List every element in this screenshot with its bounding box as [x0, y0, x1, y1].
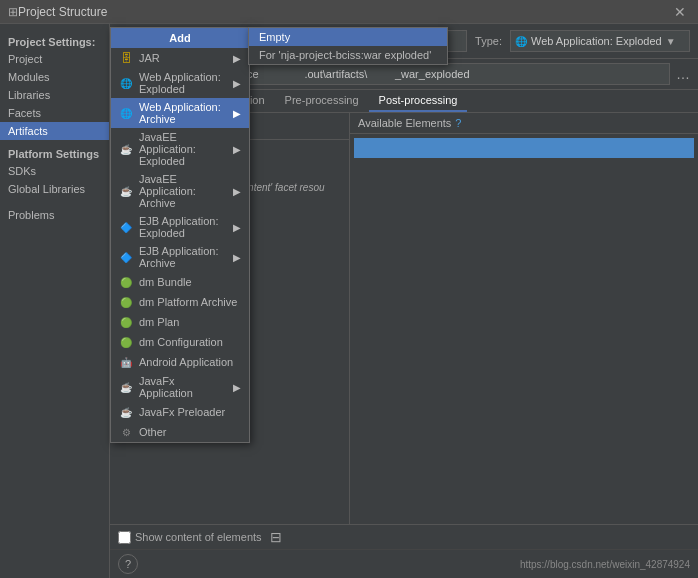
menu-item-web-exploded[interactable]: 🌐 Web Application: Exploded ▶ [111, 68, 249, 98]
submenu-arrow-icon: ▶ [233, 144, 241, 155]
web-archive-icon: 🌐 [119, 106, 133, 120]
title-bar-title: Project Structure [18, 5, 107, 19]
sidebar: Project Settings: Project Modules Librar… [0, 24, 110, 578]
action-bar: ? https://blog.csdn.net/weixin_42874924 [110, 549, 698, 578]
type-value: Web Application: Exploded [531, 35, 662, 47]
title-bar-icon: ⊞ [8, 5, 18, 19]
bottom-footer: Show content of elements ⊟ [110, 524, 698, 549]
menu-item-javaee-archive[interactable]: ☕ JavaEE Application: Archive ▶ [111, 170, 249, 212]
menu-item-dm-bundle[interactable]: 🟢 dm Bundle [111, 272, 249, 292]
add-menu[interactable]: Add 🗄 JAR ▶ 🌐 Web Application: Exploded … [110, 27, 250, 443]
menu-item-javafx[interactable]: ☕ JavaFx Application ▶ [111, 372, 249, 402]
platform-settings-label: Platform Settings [0, 140, 109, 162]
sidebar-item-project[interactable]: Project [0, 50, 109, 68]
submenu-arrow-icon: ▶ [233, 78, 241, 89]
javaee-exploded-icon: ☕ [119, 142, 133, 156]
web-archive-submenu[interactable]: Empty For 'nja-project-bciss:war explode… [248, 27, 448, 65]
submenu-arrow-icon: ▶ [233, 53, 241, 64]
submenu-arrow-icon: ▶ [233, 186, 241, 197]
javafx-preloader-icon: ☕ [119, 405, 133, 419]
menu-item-dm-platform[interactable]: 🟢 dm Platform Archive [111, 292, 249, 312]
watermark-text: https://blog.csdn.net/weixin_42874924 [520, 559, 690, 570]
submenu-item-empty[interactable]: Empty [249, 28, 447, 46]
submenu-arrow-icon: ▶ [233, 382, 241, 393]
javaee-archive-icon: ☕ [119, 184, 133, 198]
menu-item-dm-plan[interactable]: 🟢 dm Plan [111, 312, 249, 332]
javafx-icon: ☕ [119, 380, 133, 394]
submenu-arrow-icon: ▶ [233, 108, 241, 119]
help-button[interactable]: ? [118, 554, 138, 574]
available-selected-item[interactable] [354, 138, 694, 158]
available-elements-panel: Available Elements ? [350, 113, 698, 524]
sidebar-item-global-libraries[interactable]: Global Libraries [0, 180, 109, 198]
menu-item-javafx-preloader[interactable]: ☕ JavaFx Preloader [111, 402, 249, 422]
dm-bundle-icon: 🟢 [119, 275, 133, 289]
close-button[interactable]: ✕ [670, 4, 690, 20]
menu-item-javaee-exploded[interactable]: ☕ JavaEE Application: Exploded ▶ [111, 128, 249, 170]
tab-pre-processing[interactable]: Pre-processing [275, 90, 369, 112]
sidebar-item-problems[interactable]: Problems [0, 206, 109, 224]
show-content-label: Show content of elements [135, 531, 262, 543]
ejb-exploded-icon: 🔷 [119, 220, 133, 234]
menu-item-other[interactable]: ⚙ Other [111, 422, 249, 442]
submenu-arrow-icon: ▶ [233, 252, 241, 263]
output-dir-input[interactable] [181, 63, 670, 85]
android-icon: 🤖 [119, 355, 133, 369]
sidebar-item-libraries[interactable]: Libraries [0, 86, 109, 104]
show-content-icon[interactable]: ⊟ [270, 529, 282, 545]
sidebar-item-facets[interactable]: Facets [0, 104, 109, 122]
submenu-arrow-icon: ▶ [233, 222, 241, 233]
help-icon[interactable]: ? [455, 117, 461, 129]
add-menu-title: Add [111, 28, 249, 48]
browse-button[interactable]: … [676, 66, 690, 82]
available-title: Available Elements [358, 117, 451, 129]
available-header: Available Elements ? [350, 113, 698, 134]
other-icon: ⚙ [119, 425, 133, 439]
available-content [350, 134, 698, 524]
menu-item-jar[interactable]: 🗄 JAR ▶ [111, 48, 249, 68]
menu-item-ejb-archive[interactable]: 🔷 EJB Application: Archive ▶ [111, 242, 249, 272]
jar-icon: 🗄 [119, 51, 133, 65]
menu-item-android[interactable]: 🤖 Android Application [111, 352, 249, 372]
ejb-archive-icon: 🔷 [119, 250, 133, 264]
dm-plan-icon: 🟢 [119, 315, 133, 329]
type-dropdown[interactable]: 🌐 Web Application: Exploded ▼ [510, 30, 690, 52]
menu-item-dm-config[interactable]: 🟢 dm Configuration [111, 332, 249, 352]
title-bar: ⊞ Project Structure ✕ [0, 0, 698, 24]
sidebar-item-sdks[interactable]: SDKs [0, 162, 109, 180]
show-content-checkbox-row[interactable]: Show content of elements [118, 531, 262, 544]
menu-item-web-archive[interactable]: 🌐 Web Application: Archive ▶ [111, 98, 249, 128]
chevron-down-icon: ▼ [666, 36, 676, 47]
type-label: Type: [475, 35, 502, 47]
show-content-checkbox[interactable] [118, 531, 131, 544]
dm-config-icon: 🟢 [119, 335, 133, 349]
project-settings-label: Project Settings: [0, 32, 109, 50]
tab-post-processing[interactable]: Post-processing [369, 90, 468, 112]
main-container: Project Settings: Project Modules Librar… [0, 24, 698, 578]
menu-item-ejb-exploded[interactable]: 🔷 EJB Application: Exploded ▶ [111, 212, 249, 242]
sidebar-item-artifacts[interactable]: Artifacts [0, 122, 109, 140]
submenu-item-for-project[interactable]: For 'nja-project-bciss:war exploded' [249, 46, 447, 64]
sidebar-item-modules[interactable]: Modules [0, 68, 109, 86]
web-exploded-icon: 🌐 [119, 76, 133, 90]
dm-platform-icon: 🟢 [119, 295, 133, 309]
